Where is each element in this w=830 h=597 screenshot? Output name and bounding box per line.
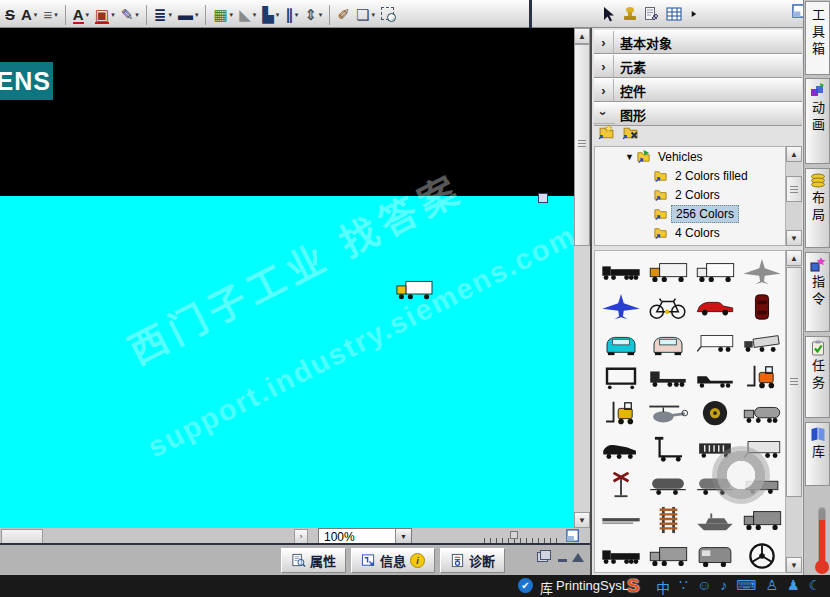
- palette-item-truck-gray-2[interactable]: [644, 538, 691, 573]
- tree-expand-icon[interactable]: ▼: [625, 152, 634, 162]
- side-tab-指令[interactable]: 指令: [805, 252, 830, 332]
- dropdown-arrow-icon[interactable]: ▾: [276, 11, 280, 19]
- dropdown-arrow-icon[interactable]: ▾: [111, 11, 115, 19]
- border-color-icon[interactable]: ✎▾: [118, 4, 142, 26]
- side-tab-任务[interactable]: 任务: [805, 336, 830, 418]
- dropdown-arrow-icon[interactable]: ▾: [319, 11, 323, 19]
- palette-item-low-loader[interactable]: [691, 361, 738, 396]
- section-2-header[interactable]: › 控件: [594, 78, 802, 102]
- table-icon[interactable]: [666, 6, 682, 22]
- scroll-thumb[interactable]: [786, 176, 802, 202]
- palette-item-flat-trailer-white[interactable]: [738, 432, 785, 467]
- scroll-down-button[interactable]: ▼: [574, 512, 590, 528]
- palette-item-flat-wagon[interactable]: [738, 467, 785, 502]
- line-style-icon[interactable]: ≣▾: [151, 4, 175, 26]
- dots-icon[interactable]: ∵: [679, 577, 688, 597]
- palette-item-box-trailer-white[interactable]: [691, 325, 738, 360]
- chev-right-icon[interactable]: ›: [594, 31, 614, 53]
- dropdown-arrow-icon[interactable]: ▾: [34, 11, 38, 19]
- delete-folder-button[interactable]: [622, 124, 639, 141]
- canvas-vertical-scrollbar[interactable]: ▲ ▼: [574, 28, 590, 528]
- palette-item-forklift-orange[interactable]: [738, 361, 785, 396]
- tree-row[interactable]: 4 Colors: [595, 223, 785, 242]
- scroll-thumb[interactable]: [786, 267, 802, 497]
- palette-item-semi-trailer-truck[interactable]: [597, 254, 644, 289]
- dropdown-arrow-icon[interactable]: ▾: [195, 11, 199, 19]
- palette-item-forklift-yellow[interactable]: [597, 396, 644, 431]
- screen-canvas[interactable]: ENS 西门子工业 找答案 support.industry.siemens.c…: [0, 28, 574, 528]
- palette-item-box-truck-white[interactable]: [691, 254, 738, 289]
- scroll-thumb[interactable]: [574, 44, 590, 246]
- ime-chinese-icon[interactable]: 中: [656, 577, 670, 597]
- font-size-icon[interactable]: A▾: [18, 4, 40, 26]
- scroll-up-button[interactable]: ▲: [574, 28, 590, 44]
- background-fill-color-icon[interactable]: ▣▾: [92, 4, 118, 26]
- tab-diagnostics[interactable]: 诊断: [440, 548, 505, 573]
- tree-scrollbar[interactable]: ▲ ▼: [786, 146, 802, 246]
- strikethrough-icon[interactable]: S: [2, 4, 18, 26]
- section-1-header[interactable]: › 元素: [594, 54, 802, 78]
- tree-row-root[interactable]: ▼ Vehicles: [595, 147, 785, 166]
- moon-icon[interactable]: ☾: [809, 577, 822, 597]
- scroll-up-button[interactable]: ▲: [786, 250, 802, 266]
- dropdown-arrow-icon[interactable]: ▾: [86, 11, 90, 19]
- palette-item-steering-wheel[interactable]: [738, 538, 785, 573]
- zoom-slider[interactable]: [484, 531, 558, 543]
- line-width-icon[interactable]: ▬▾: [175, 4, 202, 26]
- more-arrow-icon[interactable]: [688, 8, 700, 20]
- palette-item-car-top-view-darkred[interactable]: [738, 290, 785, 325]
- h-scrollbar-right-button[interactable]: ›: [294, 529, 308, 544]
- h-scrollbar-thumb[interactable]: [1, 529, 43, 544]
- zoom-area-icon[interactable]: [378, 2, 397, 24]
- chev-right-icon[interactable]: ›: [594, 55, 614, 77]
- palette-item-car-front-beige[interactable]: [644, 325, 691, 360]
- scroll-up-button[interactable]: ▲: [786, 146, 802, 162]
- palette-item-helicopter[interactable]: [644, 396, 691, 431]
- section-3-header[interactable]: › 图形: [594, 102, 802, 126]
- palette-item-rail-bar[interactable]: [597, 503, 644, 538]
- tab-info[interactable]: 信息 i: [351, 548, 435, 573]
- palette-item-tipper-truck[interactable]: [738, 325, 785, 360]
- font-color-icon[interactable]: A▾: [70, 4, 92, 26]
- object-color-icon[interactable]: ▦▾: [210, 4, 236, 26]
- palette-item-hauler-truck-black[interactable]: [597, 432, 644, 467]
- stamp-icon[interactable]: [622, 6, 638, 22]
- scroll-down-button[interactable]: ▼: [786, 557, 802, 573]
- dropdown-arrow-icon[interactable]: ▾: [371, 11, 375, 19]
- expand-panel-icon[interactable]: [572, 553, 584, 562]
- user-icon[interactable]: ♙: [765, 577, 778, 597]
- dropdown-arrow-icon[interactable]: ▾: [295, 11, 299, 19]
- taskbar-app-name[interactable]: PrintingSysL: [556, 578, 629, 593]
- palette-item-flatbed-truck[interactable]: [644, 361, 691, 396]
- palette-item-sports-car-red[interactable]: [691, 290, 738, 325]
- palette-item-rail-track[interactable]: [644, 503, 691, 538]
- select-cursor-icon[interactable]: [600, 6, 616, 22]
- palette-item-hand-trolley[interactable]: [644, 432, 691, 467]
- zoom-dropdown-icon[interactable]: ▼: [395, 529, 411, 543]
- keyboard-icon[interactable]: ⌨: [736, 577, 756, 597]
- tab-properties[interactable]: 属性: [281, 548, 346, 573]
- palette-item-airplane-gray[interactable]: [738, 254, 785, 289]
- palette-item-boat[interactable]: [691, 503, 738, 538]
- zoom-slider-handle[interactable]: [510, 531, 518, 539]
- palette-item-tank-wagon[interactable]: [644, 467, 691, 502]
- scroll-down-button[interactable]: ▼: [786, 230, 802, 246]
- tree-row[interactable]: 256 Colors: [595, 204, 785, 223]
- chev-right-icon[interactable]: ›: [594, 79, 614, 101]
- text-align-icon[interactable]: ≡▾: [40, 4, 60, 26]
- palette-item-truck-black[interactable]: [597, 538, 644, 573]
- tree-row[interactable]: 2 Colors filled: [595, 166, 785, 185]
- zoom-select[interactable]: 100% ▼: [318, 528, 412, 544]
- side-tab-布局[interactable]: 布局: [805, 168, 830, 248]
- dropdown-arrow-icon[interactable]: ▾: [135, 11, 139, 19]
- palette-item-cart-frame[interactable]: [597, 361, 644, 396]
- palette-item-tire[interactable]: [691, 396, 738, 431]
- distribute-horizontal-icon[interactable]: ∥▾: [282, 4, 301, 26]
- palette-item-railroad-crossing[interactable]: [597, 467, 644, 502]
- selection-handle[interactable]: [538, 193, 548, 203]
- tree-row[interactable]: 2 Colors: [595, 185, 785, 204]
- palette-item-car-front-cyan[interactable]: [597, 325, 644, 360]
- dropdown-arrow-icon[interactable]: ▾: [168, 11, 172, 19]
- side-tab-库[interactable]: 库: [805, 422, 830, 486]
- brush-icon[interactable]: ✐: [334, 4, 353, 26]
